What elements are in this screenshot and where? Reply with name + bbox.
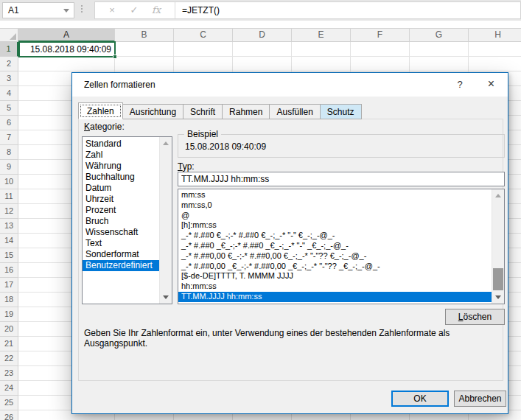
column-header-b[interactable]: B	[115, 29, 174, 42]
cancel-button[interactable]: Abbrechen	[454, 391, 506, 407]
tab-zahlen[interactable]: Zahlen	[78, 102, 123, 119]
row-header-9[interactable]: 9	[0, 160, 18, 175]
category-item[interactable]: Benutzerdefiniert	[83, 260, 172, 271]
row-header-23[interactable]: 23	[0, 366, 18, 381]
name-box[interactable]: A1	[2, 2, 74, 18]
fill-handle[interactable]	[113, 55, 117, 59]
format-item[interactable]: _-* #.##0 _€_-;-* #.##0 _€_-;_-* "-" _€_…	[178, 241, 504, 251]
category-item[interactable]: Währung	[83, 161, 172, 172]
tab-ausfllen[interactable]: Ausfüllen	[269, 104, 320, 119]
category-scrollbar[interactable]	[159, 137, 172, 304]
scroll-up-icon[interactable]	[492, 189, 504, 202]
column-header-e[interactable]: E	[292, 29, 351, 42]
selected-cell-a1[interactable]: 15.08.2018 09:40:09	[18, 41, 116, 57]
row-header-6[interactable]: 6	[0, 116, 18, 130]
row-header-25[interactable]: 25	[0, 396, 18, 410]
row-header-8[interactable]: 8	[0, 145, 18, 160]
row-header-16[interactable]: 16	[0, 263, 18, 278]
format-item[interactable]: TT.MM.JJJJ hh:mm:ss	[178, 292, 493, 302]
row-header-20[interactable]: 20	[0, 322, 18, 337]
confirm-entry-icon[interactable]: ✓	[125, 2, 144, 18]
format-item[interactable]: _-* #.##0,00 _€_-;-* #.##0,00 _€_-;_-* "…	[178, 262, 504, 272]
insert-function-icon[interactable]: fx	[147, 2, 166, 18]
category-item[interactable]: Prozent	[83, 205, 172, 216]
formula-bar-drag-handle-icon[interactable]	[81, 5, 83, 13]
row-header-15[interactable]: 15	[0, 248, 18, 263]
category-item[interactable]: Text	[83, 238, 172, 249]
row-header-4[interactable]: 4	[0, 86, 18, 101]
scroll-up-icon[interactable]	[160, 137, 172, 150]
category-item[interactable]: Sonderformat	[83, 249, 172, 260]
row-header-17[interactable]: 17	[0, 278, 18, 293]
column-header-d[interactable]: D	[233, 29, 292, 42]
row-header-12[interactable]: 12	[0, 204, 18, 219]
column-header-a[interactable]: A	[18, 29, 115, 42]
format-cells-dialog: Zellen formatieren ? × ZahlenAusrichtung…	[71, 72, 508, 414]
triangle-down	[495, 295, 501, 299]
category-item[interactable]: Bruch	[83, 216, 172, 227]
dialog-help-icon[interactable]: ?	[445, 73, 475, 97]
column-header-f[interactable]: F	[351, 29, 410, 42]
row-header-10[interactable]: 10	[0, 175, 18, 189]
scroll-down-icon[interactable]	[492, 291, 504, 304]
format-item[interactable]: _-* #.##0,00 €_-;-* #.##0,00 €_-;_-* "-"…	[178, 251, 504, 262]
cancel-entry-icon[interactable]: ×	[102, 2, 122, 18]
row-header-26[interactable]: 26	[0, 410, 18, 420]
row-header-22[interactable]: 22	[0, 351, 18, 366]
format-listbox: mm:ssmm:ss,0@[h]:mm:ss_-* #.##0 €_-;-* #…	[178, 189, 505, 304]
format-item[interactable]: @	[178, 211, 504, 221]
row-header-7[interactable]: 7	[0, 130, 18, 145]
row-header-18[interactable]: 18	[0, 293, 18, 307]
formula-input[interactable]: =JETZT()	[182, 2, 220, 18]
tab-schutz[interactable]: Schutz	[320, 104, 362, 119]
row-header-5[interactable]: 5	[0, 101, 18, 116]
category-item[interactable]: Zahl	[83, 150, 172, 161]
type-label: Typ:	[178, 161, 195, 172]
format-item[interactable]: mm:ss	[178, 190, 504, 200]
row-header-19[interactable]: 19	[0, 307, 18, 322]
delete-button[interactable]: Löschen	[445, 309, 505, 325]
category-item[interactable]: Wissenschaft	[83, 227, 172, 238]
category-item[interactable]: Standard	[83, 139, 172, 150]
example-label: Beispiel	[184, 129, 221, 139]
format-item[interactable]: hh:mm:ss	[178, 281, 504, 292]
category-item[interactable]: Datum	[83, 183, 172, 194]
dialog-close-icon[interactable]: ×	[475, 73, 508, 97]
dialog-tabs: ZahlenAusrichtungSchriftRahmenAusfüllenS…	[78, 102, 361, 119]
format-item[interactable]: mm:ss,0	[178, 200, 504, 211]
row-header-13[interactable]: 13	[0, 219, 18, 234]
format-item[interactable]: _-* #.##0 €_-;-* #.##0 €_-;_-* "-" €_-;_…	[178, 231, 504, 241]
name-box-dropdown-icon[interactable]	[63, 9, 69, 13]
format-scrollbar[interactable]	[492, 189, 504, 304]
ok-button[interactable]: OK	[391, 391, 449, 407]
dialog-titlebar[interactable]: Zellen formatieren ? ×	[72, 73, 508, 97]
cell-a1-value: 15.08.2018 09:40:09	[30, 44, 111, 55]
row-header-2[interactable]: 2	[0, 57, 18, 71]
column-header-g[interactable]: G	[410, 29, 469, 42]
row-header-14[interactable]: 14	[0, 234, 18, 248]
row-headers: 1234567891011121314151617181920212223242…	[0, 42, 18, 420]
column-header-c[interactable]: C	[174, 29, 233, 42]
format-item[interactable]: [$-de-DE]TTTT, T. MMMM JJJJ	[178, 271, 504, 281]
dialog-description: Geben Sie Ihr Zahlenformat ein, unter Ve…	[84, 328, 500, 349]
row-header-24[interactable]: 24	[0, 381, 18, 396]
category-item[interactable]: Buchhaltung	[83, 172, 172, 183]
tab-ausrichtung[interactable]: Ausrichtung	[122, 104, 183, 119]
tab-schrift[interactable]: Schrift	[183, 104, 223, 119]
row-header-3[interactable]: 3	[0, 71, 18, 86]
category-item[interactable]: Uhrzeit	[83, 194, 172, 205]
row-header-11[interactable]: 11	[0, 189, 18, 204]
row-header-21[interactable]: 21	[0, 337, 18, 351]
tab-page-zahlen: Kategorie: StandardZahlWährungBuchhaltun…	[78, 119, 503, 381]
tab-rahmen[interactable]: Rahmen	[222, 104, 270, 119]
type-input[interactable]	[178, 172, 505, 186]
select-all-corner[interactable]	[0, 29, 18, 42]
triangle-up	[163, 141, 169, 145]
scrollbar-thumb[interactable]	[493, 268, 503, 290]
triangle-up	[495, 194, 501, 197]
column-header-h[interactable]: H	[469, 29, 521, 42]
format-item[interactable]: [h]:mm:ss	[178, 220, 504, 231]
formula-strip-gap	[0, 21, 521, 29]
row-header-1[interactable]: 1	[0, 42, 18, 57]
scroll-down-icon[interactable]	[160, 291, 172, 304]
